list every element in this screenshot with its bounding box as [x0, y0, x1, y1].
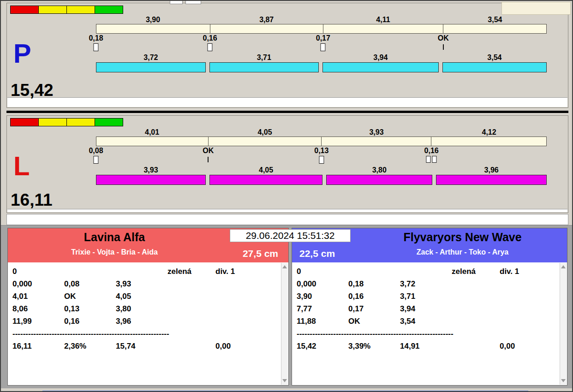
start-split-segment [443, 24, 547, 34]
scroll-up-icon[interactable] [561, 265, 566, 268]
jump-height: 27,5 cm [243, 248, 278, 259]
window-tab[interactable] [170, 1, 183, 4]
log-cell: 3,71 [400, 290, 452, 303]
timing-app-window: P 3,90 3,87 4,11 3,54 0,18 0,16 0,17 OK [0, 0, 573, 392]
start-split-segment [96, 24, 210, 34]
changeover-time: 0,13 [314, 147, 328, 155]
dog-split-segment [326, 175, 432, 185]
scrollbar[interactable] [281, 263, 288, 385]
log-cell: 8,06 [12, 303, 64, 315]
log-cell: 0,000 [12, 278, 64, 290]
changeover-time: OK [203, 147, 214, 155]
log-cell: 3,54 [400, 315, 452, 327]
log-cell: 3,94 [400, 303, 452, 315]
team-panel-left: Lavina Alfa Trixie - Vojta - Bria - Aida… [7, 228, 289, 386]
changeover-marker [208, 43, 213, 51]
changeover-time: 0,16 [424, 147, 439, 155]
scroll-up-icon[interactable] [282, 265, 287, 268]
dog-split-segment [96, 62, 206, 72]
dog-split-time: 3,96 [484, 166, 499, 174]
top-right-panel [501, 2, 571, 15]
log-cell: 14,91 [400, 340, 452, 352]
team-dogs: Trixie - Vojta - Bria - Aida [8, 248, 221, 256]
log-cell: 0,08 [64, 278, 116, 290]
team-result-body: 0 zelená div. 1 0,000 0,18 3,72 3,90 0,1… [292, 262, 567, 385]
start-traffic-lights [10, 6, 123, 14]
log-cell: 3,93 [116, 278, 167, 290]
changeover-marker [319, 156, 324, 164]
log-cell: 3,96 [116, 315, 167, 327]
lane-bars: 4,01 4,05 3,93 4,12 0,08 OK 0,13 0,16 3,… [96, 127, 547, 185]
traffic-light-green [95, 6, 123, 14]
log-cell: 0,00 [215, 340, 278, 352]
changeover-row: 0,18 0,16 0,17 OK [96, 34, 547, 52]
window-tab[interactable] [185, 1, 201, 4]
changeover-marker [426, 156, 437, 164]
lane-panel-p: P 3,90 3,87 4,11 3,54 0,18 0,16 0,17 OK [6, 3, 568, 108]
log-cell: 0,17 [348, 303, 400, 315]
start-split-segment [323, 24, 443, 34]
log-cell: div. 1 [215, 265, 278, 278]
start-split-time: 3,87 [259, 16, 274, 24]
start-split-bar [96, 24, 547, 34]
changeover-marker [208, 156, 209, 164]
dog-split-segment [436, 175, 547, 185]
scroll-down-icon[interactable] [561, 379, 566, 382]
bottom-edge-line [42, 391, 528, 392]
log-cell: 4,01 [12, 290, 64, 303]
log-cell: 2,36% [64, 340, 116, 352]
team-name: Flyvaryors New Wave [358, 231, 567, 244]
changeover-marker [93, 43, 98, 51]
changeover-time: 0,08 [89, 147, 103, 155]
dog-split-segment [442, 62, 547, 72]
dog-split-time: 3,72 [143, 53, 158, 62]
scroll-down-icon[interactable] [282, 379, 287, 382]
traffic-light-green [95, 118, 123, 126]
lane-letter: L [13, 153, 30, 179]
scrollbar[interactable] [560, 263, 567, 385]
team-name: Lavina Alfa [8, 231, 221, 244]
lane-bars: 3,90 3,87 4,11 3,54 0,18 0,16 0,17 OK 3,… [96, 14, 547, 72]
dog-split-time: 3,54 [487, 53, 501, 62]
log-cell: div. 1 [500, 265, 557, 278]
log-cell: 7,77 [297, 303, 348, 315]
log-cell: 3,39% [348, 340, 400, 352]
jump-height: 22,5 cm [299, 248, 335, 259]
start-split-time: 4,01 [145, 128, 159, 137]
traffic-light-red [10, 118, 39, 126]
log-cell: 0,000 [297, 278, 348, 290]
log-cell: 11,88 [297, 315, 348, 327]
log-cell: 0,18 [348, 278, 400, 290]
log-cell: 3,90 [297, 290, 348, 303]
lane-total-time: 15,42 [11, 82, 54, 100]
start-split-segment [210, 24, 323, 34]
result-log: 0 zelená div. 1 0,000 0,08 3,93 4,01 OK … [12, 265, 278, 352]
start-split-segment [321, 137, 431, 146]
datetime-display: 29.06.2024 15:51:32 [230, 229, 351, 242]
dog-split-segment [209, 62, 319, 72]
result-log: 0 zelená div. 1 0,000 0,18 3,72 3,90 0,1… [297, 265, 557, 352]
changeover-time: 0,18 [89, 34, 103, 42]
dog-split-time: 3,80 [372, 166, 387, 174]
log-cell: 3,80 [116, 303, 167, 315]
changeover-marker [443, 43, 444, 51]
log-cell: OK [64, 290, 116, 303]
log-separator: ----------------------------------------… [297, 327, 557, 340]
lane-bottom-strip [7, 97, 567, 107]
lane-letter: P [13, 40, 31, 67]
log-cell: 0,13 [64, 303, 116, 315]
lane-panel-l: L 4,01 4,05 3,93 4,12 0,08 OK 0,13 0,16 [6, 115, 568, 213]
spacer-strip [6, 214, 568, 225]
dog-split-time: 3,71 [257, 53, 271, 62]
log-cell: 0 [12, 265, 64, 278]
traffic-light-yellow-2 [66, 118, 95, 126]
start-split-time: 4,05 [257, 128, 272, 137]
log-cell: 11,99 [12, 315, 64, 327]
changeover-time: 0,17 [316, 34, 330, 42]
team-result-body: 0 zelená div. 1 0,000 0,08 3,93 4,01 OK … [8, 262, 288, 385]
traffic-light-yellow-2 [66, 6, 95, 14]
start-split-time: 3,90 [146, 16, 160, 24]
log-cell: 0,16 [348, 290, 400, 303]
traffic-light-yellow-1 [38, 6, 67, 14]
start-split-bar [96, 137, 547, 146]
